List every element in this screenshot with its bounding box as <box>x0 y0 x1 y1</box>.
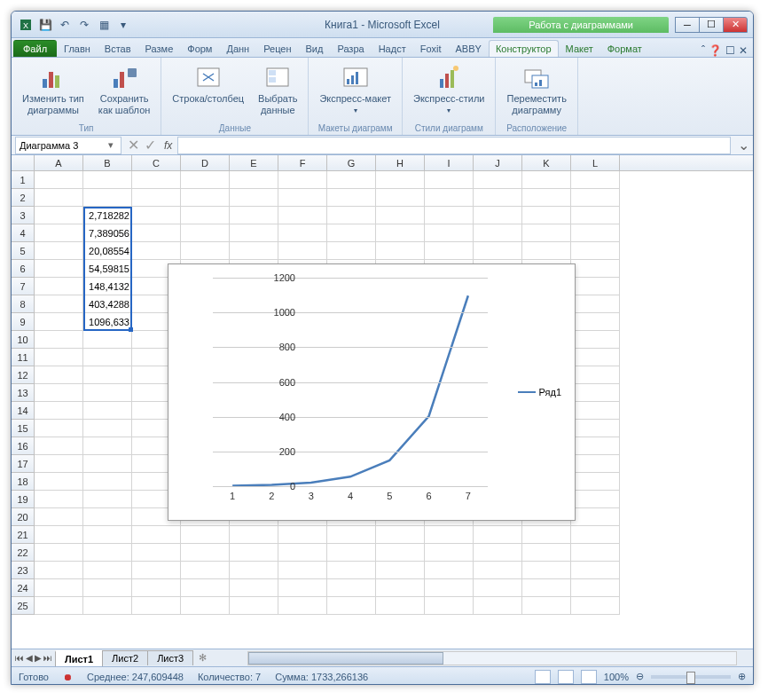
cell[interactable] <box>522 562 571 579</box>
cell[interactable] <box>181 544 230 562</box>
maximize-button[interactable]: ☐ <box>699 17 724 33</box>
sheet-tab-1[interactable]: Лист1 <box>55 650 103 666</box>
row-header[interactable]: 22 <box>12 544 35 562</box>
fx-icon[interactable]: fx <box>159 139 177 152</box>
cell[interactable] <box>35 508 83 526</box>
macro-record-icon[interactable]: ⏺ <box>63 672 73 682</box>
cell[interactable] <box>181 207 230 224</box>
row-header[interactable]: 16 <box>12 437 35 455</box>
row-header[interactable]: 13 <box>12 384 35 402</box>
cell[interactable] <box>83 544 132 562</box>
cell[interactable] <box>571 420 620 437</box>
cell[interactable] <box>522 171 571 189</box>
excel-icon[interactable]: X <box>17 16 35 34</box>
name-box-dropdown-icon[interactable]: ▾ <box>105 139 117 151</box>
cell[interactable] <box>35 207 83 224</box>
row-header[interactable]: 7 <box>12 278 35 295</box>
cell[interactable] <box>571 349 620 366</box>
qat-custom-icon[interactable]: ▦ <box>95 16 113 34</box>
cell[interactable] <box>83 384 132 402</box>
ribbon-minimize-icon[interactable]: ˆ <box>701 44 705 57</box>
cell[interactable] <box>278 562 327 579</box>
cell[interactable] <box>132 207 181 224</box>
cell[interactable] <box>376 526 425 544</box>
cell[interactable] <box>425 189 474 207</box>
tab-review[interactable]: Рецен <box>256 40 298 57</box>
tab-addins[interactable]: Надст <box>372 40 413 57</box>
cell[interactable] <box>522 224 571 242</box>
enter-formula-icon[interactable]: ✓ <box>142 137 159 153</box>
cell[interactable] <box>230 171 278 189</box>
cell[interactable] <box>278 207 327 224</box>
cell[interactable] <box>181 224 230 242</box>
cell[interactable] <box>35 242 83 260</box>
cell[interactable] <box>571 207 620 224</box>
save-icon[interactable]: 💾 <box>36 16 54 34</box>
row-header[interactable]: 15 <box>12 420 35 437</box>
cell[interactable] <box>571 313 620 331</box>
cell[interactable] <box>278 579 327 597</box>
cell[interactable] <box>83 366 132 384</box>
tab-file[interactable]: Файл <box>13 40 57 57</box>
zoom-out-button[interactable]: ⊖ <box>636 671 644 682</box>
cell[interactable] <box>425 544 474 562</box>
sheet-nav-last-icon[interactable]: ⏭ <box>43 653 52 663</box>
tab-developer[interactable]: Разра <box>330 40 371 57</box>
move-chart-button[interactable]: Переместить диаграмму <box>503 61 569 118</box>
cell[interactable] <box>35 420 83 437</box>
cell[interactable] <box>376 544 425 562</box>
cell[interactable] <box>278 544 327 562</box>
cell[interactable] <box>327 171 376 189</box>
cell[interactable] <box>83 420 132 437</box>
save-as-template-button[interactable]: Сохранить как шаблон <box>95 61 154 118</box>
cell[interactable] <box>571 579 620 597</box>
cell[interactable] <box>327 526 376 544</box>
cell[interactable] <box>571 331 620 349</box>
help-icon[interactable]: ❓ <box>709 44 722 57</box>
cell[interactable] <box>376 242 425 260</box>
cell[interactable] <box>35 526 83 544</box>
cell[interactable] <box>474 544 522 562</box>
cell[interactable] <box>571 171 620 189</box>
cell[interactable] <box>571 260 620 278</box>
quick-styles-button[interactable]: Экспресс-стили▾ <box>410 61 488 117</box>
cell[interactable] <box>83 349 132 366</box>
cell[interactable] <box>474 171 522 189</box>
row-header[interactable]: 20 <box>12 508 35 526</box>
cell[interactable] <box>35 491 83 508</box>
row-header[interactable]: 6 <box>12 260 35 278</box>
cell[interactable] <box>278 189 327 207</box>
cell[interactable]: 54,59815 <box>83 260 132 278</box>
sheet-nav-next-icon[interactable]: ▶ <box>35 653 42 663</box>
cell[interactable] <box>35 597 83 615</box>
cell[interactable] <box>425 171 474 189</box>
cell[interactable] <box>35 260 83 278</box>
cell[interactable] <box>522 597 571 615</box>
col-header-k[interactable]: K <box>522 155 571 170</box>
cell[interactable] <box>278 171 327 189</box>
cell[interactable] <box>571 544 620 562</box>
cell[interactable] <box>230 562 278 579</box>
cell[interactable]: 20,08554 <box>83 242 132 260</box>
cell-grid[interactable]: 2,7182827,38905620,0855454,59815148,4132… <box>35 171 620 615</box>
tab-data[interactable]: Данн <box>219 40 256 57</box>
cell[interactable] <box>83 331 132 349</box>
zoom-in-button[interactable]: ⊕ <box>738 671 746 682</box>
cell[interactable] <box>327 544 376 562</box>
cell[interactable] <box>230 597 278 615</box>
row-header[interactable]: 17 <box>12 455 35 473</box>
cell[interactable] <box>474 562 522 579</box>
cell[interactable] <box>571 278 620 295</box>
cell[interactable] <box>35 171 83 189</box>
cell[interactable] <box>132 189 181 207</box>
cell[interactable] <box>327 562 376 579</box>
cell[interactable] <box>83 473 132 491</box>
cell[interactable] <box>571 437 620 455</box>
cell[interactable] <box>35 295 83 313</box>
cell[interactable] <box>522 207 571 224</box>
tab-pagelayout[interactable]: Разме <box>138 40 181 57</box>
row-header[interactable]: 19 <box>12 491 35 508</box>
cell[interactable] <box>278 597 327 615</box>
cell[interactable] <box>571 526 620 544</box>
cancel-formula-icon[interactable]: ✕ <box>125 137 142 153</box>
